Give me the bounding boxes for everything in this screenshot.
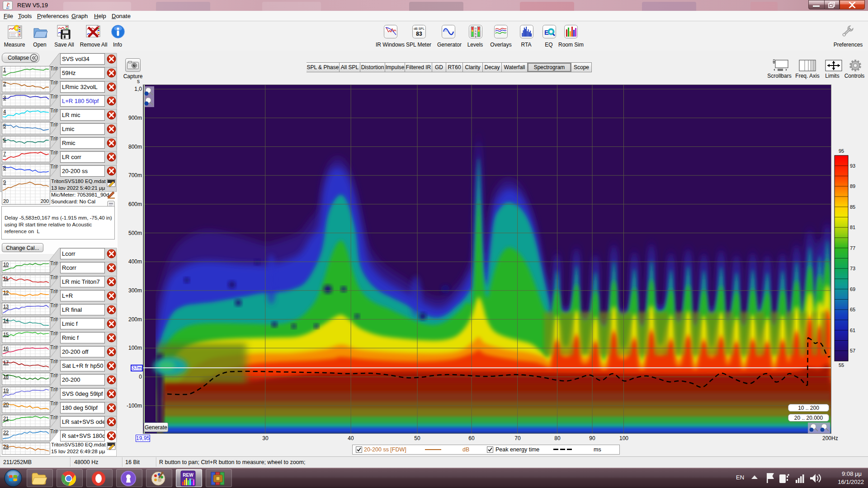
svg-text:12: 12	[3, 290, 9, 295]
svg-text:2: 2	[3, 81, 6, 86]
svg-text:15: 15	[3, 332, 9, 337]
svg-text:95: 95	[839, 148, 844, 154]
svg-text:65: 65	[850, 307, 855, 312]
svg-text:18: 18	[3, 374, 9, 379]
svg-text:69: 69	[850, 286, 855, 292]
svg-text:16: 16	[3, 346, 9, 351]
svg-text:23: 23	[3, 444, 9, 449]
svg-text:61: 61	[850, 328, 855, 333]
svg-text:21: 21	[3, 416, 9, 421]
svg-text:19: 19	[3, 388, 9, 393]
svg-text:77: 77	[850, 245, 855, 251]
svg-text:3: 3	[3, 95, 6, 100]
svg-text:11: 11	[3, 276, 8, 281]
svg-text:20: 20	[3, 402, 9, 407]
svg-text:17: 17	[3, 360, 9, 365]
svg-text:55: 55	[839, 362, 844, 368]
svg-text:83: 83	[416, 31, 422, 37]
svg-text:dB SPL: dB SPL	[414, 27, 425, 30]
svg-text:1: 1	[3, 67, 6, 72]
svg-text:10: 10	[3, 262, 9, 267]
svg-text:89: 89	[850, 183, 855, 189]
svg-text:85: 85	[850, 204, 855, 210]
svg-text:81: 81	[850, 225, 855, 230]
svg-text:93: 93	[850, 163, 855, 169]
svg-text:7: 7	[3, 151, 6, 156]
svg-text:9: 9	[3, 179, 6, 185]
svg-text:REW: REW	[183, 473, 193, 478]
svg-text:8: 8	[3, 165, 6, 170]
svg-text:200: 200	[41, 198, 49, 204]
svg-text:57: 57	[850, 348, 855, 353]
svg-text:20: 20	[3, 198, 9, 204]
svg-text:14: 14	[3, 318, 9, 323]
svg-text:22: 22	[3, 430, 9, 435]
svg-text:4: 4	[3, 109, 6, 114]
svg-text:13: 13	[3, 304, 9, 309]
svg-text:73: 73	[850, 266, 855, 271]
svg-text:5: 5	[3, 123, 6, 128]
svg-text:6: 6	[3, 137, 6, 142]
